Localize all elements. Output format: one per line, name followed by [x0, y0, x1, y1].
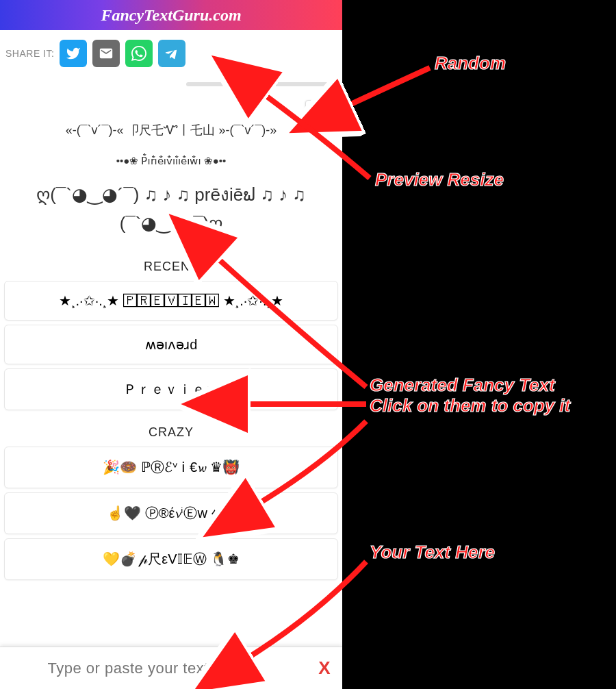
annotation-generated: Generated Fancy Text Click on them to co…: [370, 375, 602, 416]
section-recent-title: RECENT: [0, 260, 342, 274]
share-email-button[interactable]: [92, 40, 120, 67]
share-label: SHARE IT:: [5, 48, 54, 59]
email-icon: [99, 46, 114, 61]
app-header: FancyTextGuru.com: [0, 0, 342, 30]
shuffle-icon: [313, 107, 329, 123]
annotation-random: Random: [435, 53, 506, 74]
share-telegram-button[interactable]: [158, 40, 185, 67]
site-title: FancyTextGuru.com: [101, 6, 241, 25]
text-input-bar: X: [0, 647, 342, 689]
telegram-icon: [164, 46, 179, 61]
result-item[interactable]: Ｐｒｅｖｉｅｗ: [4, 368, 338, 410]
preview-text-3[interactable]: ღ(¯`◕‿◕´¯) ♫ ♪ ♫ prēงiēຟ ♫ ♪ ♫ (¯`◕‿◕´¯)…: [7, 181, 335, 238]
preview-area: «-(¯`v´¯)-« 卩尺乇Ꮙ丨乇山 »-(¯`v´¯)-» ••●❀ P̐ı…: [0, 89, 342, 245]
section-crazy-title: CRAZY: [0, 425, 342, 440]
result-item[interactable]: ★¸.·✩·.¸★ 🄿🅁🄴🅅🄸🄴🅆 ★¸.·✩·.¸★: [4, 281, 338, 321]
share-twitter-button[interactable]: [60, 40, 87, 67]
result-item[interactable]: 💛💣 𝓅尺εV𝕀𝔼Ⓦ 🐧♚: [4, 538, 338, 580]
twitter-icon: [66, 46, 81, 61]
result-item[interactable]: ☝🖤 Ⓟ®έ𝓿ⁱⒺw ♦🎀: [4, 492, 338, 534]
annotation-yourtext: Your Text Here: [370, 542, 495, 563]
clear-input-button[interactable]: X: [307, 657, 342, 679]
preview-text-2[interactable]: ••●❀ P̐ır̐ıe̐ıv̐ıi̐ıe̐ıw̐ı ❀●••: [7, 155, 335, 167]
annotation-pane: Random Preview Resize Generated Fancy Te…: [342, 0, 616, 689]
preview-text-1[interactable]: «-(¯`v´¯)-« 卩尺乇Ꮙ丨乇山 »-(¯`v´¯)-»: [7, 122, 335, 138]
preview-resize-slider[interactable]: [186, 77, 337, 89]
random-button[interactable]: [305, 100, 337, 130]
results-scroll[interactable]: RECENT ★¸.·✩·.¸★ 🄿🅁🄴🅅🄸🄴🅆 ★¸.·✩·.¸★ ʍǝıʌǝ…: [0, 245, 342, 689]
annotation-resize: Preview Resize: [375, 170, 504, 190]
result-item[interactable]: 🎉🍩 ℙⓇℰᵛ 𝗂 €𝔀 ♛👹: [4, 447, 338, 488]
share-whatsapp-button[interactable]: [125, 40, 153, 67]
result-item[interactable]: ʍǝıʌǝɹd: [4, 325, 338, 364]
whatsapp-icon: [131, 46, 146, 61]
app-pane: FancyTextGuru.com SHARE IT: «-(¯`v´¯)-« …: [0, 0, 342, 689]
share-row: SHARE IT:: [0, 30, 342, 71]
resize-range[interactable]: [186, 82, 337, 86]
preview-controls: [0, 71, 342, 89]
text-input[interactable]: [0, 660, 307, 677]
